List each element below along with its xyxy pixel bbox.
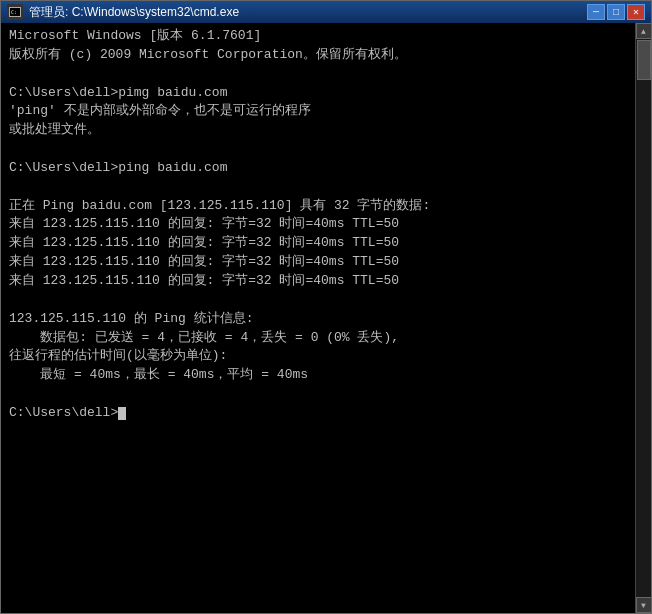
line8: C:\Users\dell>ping baidu.com [9,160,227,175]
scroll-up-button[interactable]: ▲ [636,23,652,39]
line16: 123.125.115.110 的 Ping 统计信息: [9,311,253,326]
scroll-track[interactable] [636,39,651,597]
line12: 来自 123.125.115.110 的回复: 字节=32 时间=40ms TT… [9,235,399,250]
minimize-button[interactable]: ─ [587,4,605,20]
terminal-output[interactable]: Microsoft Windows [版本 6.1.7601] 版权所有 (c)… [1,23,635,613]
line2: 版权所有 (c) 2009 Microsoft Corporation。保留所有… [9,47,407,62]
line17: 数据包: 已发送 = 4，已接收 = 4，丢失 = 0 (0% 丢失), [9,330,399,345]
scroll-down-button[interactable]: ▼ [636,597,652,613]
line21: C:\Users\dell> [9,405,118,420]
scroll-thumb[interactable] [637,40,651,80]
line4: C:\Users\dell>pimg baidu.com [9,85,227,100]
line18: 往返行程的估计时间(以毫秒为单位): [9,348,227,363]
line13: 来自 123.125.115.110 的回复: 字节=32 时间=40ms TT… [9,254,399,269]
maximize-button[interactable]: □ [607,4,625,20]
window-icon [7,4,23,20]
line5: 'ping' 不是内部或外部命令，也不是可运行的程序 [9,103,311,118]
title-bar: 管理员: C:\Windows\system32\cmd.exe ─ □ ✕ [1,1,651,23]
close-button[interactable]: ✕ [627,4,645,20]
line19: 最短 = 40ms，最长 = 40ms，平均 = 40ms [9,367,308,382]
line14: 来自 123.125.115.110 的回复: 字节=32 时间=40ms TT… [9,273,399,288]
terminal-body: Microsoft Windows [版本 6.1.7601] 版权所有 (c)… [1,23,651,613]
line10: 正在 Ping baidu.com [123.125.115.110] 具有 3… [9,198,430,213]
cmd-window: 管理员: C:\Windows\system32\cmd.exe ─ □ ✕ M… [0,0,652,614]
scrollbar[interactable]: ▲ ▼ [635,23,651,613]
window-title: 管理员: C:\Windows\system32\cmd.exe [29,4,587,21]
window-controls: ─ □ ✕ [587,4,645,20]
cursor [118,407,126,420]
line11: 来自 123.125.115.110 的回复: 字节=32 时间=40ms TT… [9,216,399,231]
cmd-icon [9,7,21,17]
line6: 或批处理文件。 [9,122,100,137]
line1: Microsoft Windows [版本 6.1.7601] [9,28,261,43]
